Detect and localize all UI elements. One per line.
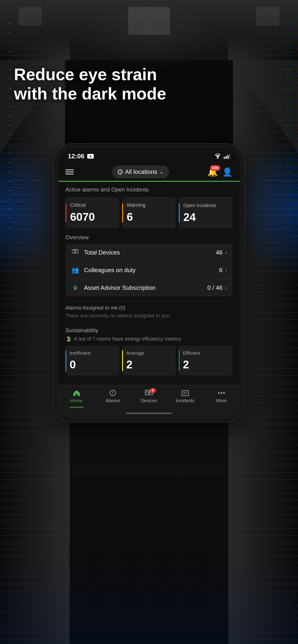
efficient-value: 2 [183,358,228,371]
crown-icon: ♛ [71,284,79,292]
alarm-card-critical[interactable]: Critical 6070 [66,197,119,228]
efficiency-cards-container: Inefficient 0 Average 2 Efficient [66,346,232,376]
globe-icon [118,170,123,174]
location-selector[interactable]: All locations ⌄ [112,166,169,178]
svg-rect-14 [146,391,147,392]
ceiling-light-right [256,7,279,26]
alarms-assigned-section: Alarms Assigned to me (0) There are curr… [66,301,232,322]
header-actions: 🔔 100 👤 [207,167,232,177]
alarm-label-warning: Warning [127,202,171,208]
indicator-incidents [179,203,180,222]
svg-rect-6 [73,250,74,250]
devices-nav-badge: 7 [149,388,156,393]
efficient-label: Efficient [183,350,228,356]
svg-rect-1 [224,157,225,159]
location-label: All locations [125,168,157,176]
nav-item-more[interactable]: More [203,389,239,403]
incidents-nav-icon [181,389,189,397]
svg-point-22 [218,392,220,394]
home-bar [126,413,172,414]
svg-rect-19 [182,390,188,396]
phone-mockup: 12:06 A [54,144,244,422]
total-devices-label: Total Devices [84,249,216,256]
status-bar-left: 12:06 A [68,152,94,160]
svg-rect-2 [226,156,227,159]
overview-card: Total Devices 46 › 👥 Colleagues on duty … [66,244,232,296]
colleagues-icon: 👥 [71,266,79,274]
hero-text: Reduce eye strain with the dark mode [14,65,176,104]
hamburger-menu[interactable] [66,170,74,174]
alarms-assigned-message: There are currently no alarms assigned t… [66,313,232,319]
phone-inner: 12:06 A [59,148,239,417]
chevron-down-icon: ⌄ [159,169,164,175]
wifi-icon [213,154,222,159]
home-nav-icon [72,389,81,397]
alarms-section-title: Active alarms and Open Incidents [66,186,232,193]
overview-title: Overview [66,234,232,241]
alarm-label-incidents: Open Incidents [183,202,228,208]
nav-item-alarms[interactable]: ! Alarms [95,389,131,403]
average-value: 2 [126,358,172,371]
inefficient-label: Inefficient [70,350,115,356]
leaf-icon: 🍃 [66,336,72,342]
alarm-cards-container: Critical 6070 Warning 6 Open Incidents 2… [66,197,232,228]
signal-icon [224,154,230,159]
alarm-value-incidents: 24 [183,211,228,224]
alarm-value-critical: 6070 [70,210,115,223]
sustainability-title: Sustainability [66,327,232,334]
eff-indicator-blue [66,350,66,371]
svg-rect-9 [76,250,77,250]
bottom-navigation: Home ! Alarms [59,385,239,410]
notification-badge: 100 [210,165,220,171]
chevron-right-icon-asset: › [225,285,227,291]
svg-point-23 [221,392,222,394]
svg-text:!: ! [112,390,114,395]
colleagues-label: Colleagues on duty [84,266,219,274]
svg-point-0 [217,158,218,159]
overview-section: Overview [66,234,232,296]
eff-indicator-teal [179,350,180,371]
nav-item-devices[interactable]: Devices 7 [131,389,167,403]
floor-gradient [0,551,298,644]
svg-rect-10 [76,251,77,251]
status-icon-a: A [87,154,94,158]
overview-item-devices[interactable]: Total Devices 46 › [66,244,232,262]
alarm-value-warning: 6 [127,210,171,223]
alarm-label-critical: Critical [70,202,115,208]
sustainability-subtitle-text: 4 out of 7 rooms have energy efficiency … [74,336,181,342]
nav-active-indicator [70,407,84,408]
nav-item-incidents[interactable]: Incidents [167,389,203,403]
notification-button[interactable]: 🔔 100 [207,167,218,177]
svg-rect-4 [229,154,230,159]
overview-item-colleagues[interactable]: 👥 Colleagues on duty 6 › [66,262,232,279]
app-header: All locations ⌄ 🔔 100 👤 [59,162,239,178]
alarm-card-incidents[interactable]: Open Incidents 24 [179,197,232,228]
camera-notch [146,152,152,160]
devices-nav-label: Devices [141,398,157,403]
led-strip-right [287,23,289,232]
asset-advisor-label: Asset Advisor Subscription [84,284,207,292]
status-bar: 12:06 A [59,148,239,162]
led-strip-left [9,23,11,232]
more-nav-icon [217,389,226,397]
total-devices-value: 46 [216,249,223,256]
overview-item-asset[interactable]: ♛ Asset Advisor Subscription 0 / 46 › [66,279,232,296]
alarms-nav-label: Alarms [106,398,120,403]
ceiling-light-left [19,7,42,26]
alarms-nav-icon: ! [109,389,117,397]
efficiency-card-average[interactable]: Average 2 [122,346,176,376]
alarm-card-warning[interactable]: Warning 6 [122,197,176,228]
chevron-right-icon-colleagues: › [225,267,227,273]
nav-item-home[interactable]: Home [59,389,95,403]
phone-outer: 12:06 A [54,144,244,422]
efficiency-card-inefficient[interactable]: Inefficient 0 [66,346,119,376]
svg-rect-3 [227,155,229,159]
alarms-assigned-title: Alarms Assigned to me (0) [66,305,232,311]
user-icon[interactable]: 👤 [222,167,232,177]
home-indicator [59,410,239,417]
efficiency-card-efficient[interactable]: Efficient 2 [179,346,232,376]
sustainability-section: Sustainability 🍃 4 out of 7 rooms have e… [66,327,232,376]
eff-indicator-yellow [122,350,123,371]
status-bar-right [213,154,230,159]
content-area: Active alarms and Open Incidents Critica… [59,182,239,385]
